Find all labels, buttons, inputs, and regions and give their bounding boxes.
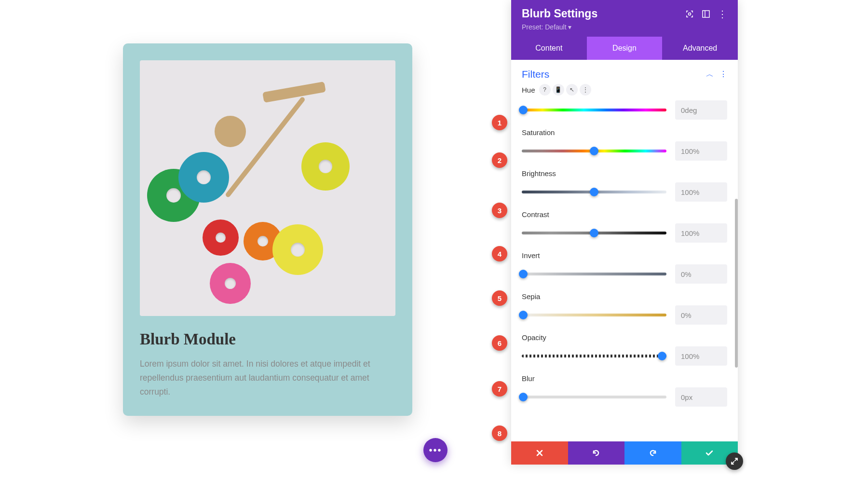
redo-button[interactable]	[624, 441, 681, 465]
filter-label: Blur	[522, 374, 535, 383]
more-icon[interactable]: ⋮	[580, 84, 591, 96]
focus-icon[interactable]	[685, 9, 694, 19]
filter-blur: Blur	[522, 374, 727, 407]
filter-label: Saturation	[522, 128, 555, 137]
value-input-brightness[interactable]	[675, 182, 727, 202]
annotation-2: 2	[492, 152, 507, 168]
slider-brightness[interactable]	[522, 187, 666, 197]
annotation-6: 6	[492, 335, 507, 351]
device-icon[interactable]: 📱	[553, 84, 564, 96]
filter-label: Hue	[522, 86, 535, 94]
slider-contrast[interactable]	[522, 228, 666, 238]
filter-saturation: Saturation	[522, 128, 727, 161]
slider-thumb[interactable]	[590, 147, 598, 155]
slider-sepia[interactable]	[522, 310, 666, 320]
svg-rect-7	[692, 15, 693, 17]
settings-panel: Blurb Settings ⋮ Preset: Default ▾ Conte…	[511, 0, 738, 463]
filter-brightness: Brightness	[522, 169, 727, 202]
cursor-icon[interactable]: ↖	[566, 84, 578, 96]
filter-invert: Invert	[522, 251, 727, 284]
expand-fab[interactable]	[726, 453, 743, 470]
filter-label: Sepia	[522, 292, 540, 301]
svg-point-8	[689, 13, 691, 15]
annotation-1: 1	[492, 115, 507, 130]
annotation-5: 5	[492, 290, 507, 306]
builder-fab[interactable]: •••	[423, 438, 448, 462]
section-title-filters[interactable]: Filters	[522, 69, 549, 80]
section-menu-icon[interactable]: ⋮	[719, 69, 727, 80]
tab-design[interactable]: Design	[587, 37, 663, 60]
svg-rect-3	[692, 11, 693, 13]
value-input-hue[interactable]	[675, 100, 727, 120]
preset-selector[interactable]: Preset: Default ▾	[522, 23, 727, 31]
slider-thumb[interactable]	[519, 270, 528, 278]
slider-invert[interactable]	[522, 269, 666, 279]
filter-sepia: Sepia	[522, 292, 727, 325]
annotation-4: 4	[492, 246, 507, 261]
slider-thumb[interactable]	[519, 311, 528, 319]
filter-label: Invert	[522, 251, 540, 260]
blurb-image	[140, 60, 395, 316]
svg-rect-9	[703, 11, 709, 17]
svg-rect-5	[686, 15, 687, 17]
value-input-invert[interactable]	[675, 264, 727, 284]
scrollbar[interactable]	[735, 199, 738, 368]
blurb-title: Blurb Module	[140, 330, 395, 348]
filter-contrast: Contrast	[522, 210, 727, 243]
value-input-contrast[interactable]	[675, 223, 727, 243]
value-input-saturation[interactable]	[675, 141, 727, 161]
collapse-icon[interactable]: ︿	[706, 69, 714, 80]
slider-thumb[interactable]	[658, 352, 666, 360]
slider-blur[interactable]	[522, 392, 666, 402]
blurb-card: Blurb Module Lorem ipsum dolor sit amet.…	[123, 43, 412, 416]
svg-rect-1	[686, 11, 687, 13]
filter-hue: Hue?📱↖⋮	[522, 84, 727, 120]
filter-label: Opacity	[522, 333, 546, 342]
filter-opacity: Opacity	[522, 333, 727, 366]
close-button[interactable]	[511, 441, 568, 465]
layout-icon[interactable]	[701, 9, 711, 19]
undo-button[interactable]	[568, 441, 625, 465]
slider-thumb[interactable]	[590, 188, 598, 196]
slider-thumb[interactable]	[519, 106, 528, 114]
slider-thumb[interactable]	[590, 229, 598, 237]
blurb-text: Lorem ipsum dolor sit amet. In nisi dolo…	[140, 357, 395, 399]
value-input-sepia[interactable]	[675, 305, 727, 325]
panel-title: Blurb Settings	[522, 7, 597, 20]
value-input-blur[interactable]	[675, 387, 727, 407]
value-input-opacity[interactable]	[675, 346, 727, 366]
filter-label: Contrast	[522, 210, 549, 219]
tab-content[interactable]: Content	[511, 37, 587, 60]
menu-icon[interactable]: ⋮	[718, 9, 727, 19]
annotation-3: 3	[492, 203, 507, 218]
annotation-8: 8	[492, 425, 507, 441]
annotation-7: 7	[492, 381, 507, 397]
filter-label: Brightness	[522, 169, 556, 178]
help-icon[interactable]: ?	[539, 84, 551, 96]
tab-advanced[interactable]: Advanced	[662, 37, 738, 60]
slider-saturation[interactable]	[522, 146, 666, 156]
slider-thumb[interactable]	[519, 393, 528, 401]
slider-hue[interactable]	[522, 105, 666, 115]
slider-opacity[interactable]	[522, 351, 666, 361]
